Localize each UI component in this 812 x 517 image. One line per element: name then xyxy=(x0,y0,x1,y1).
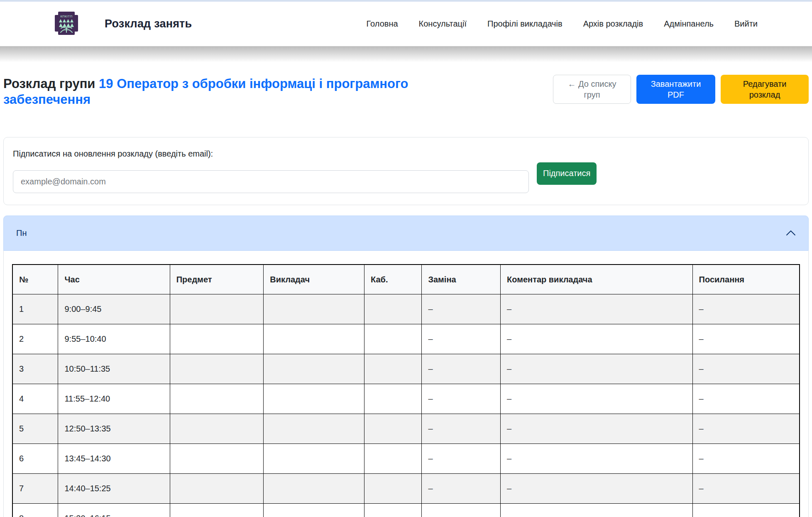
subscribe-card: Підписатися на оновлення розкладу (введі… xyxy=(3,137,809,205)
table-row: 6 13:45–14:30 – – – xyxy=(12,444,800,474)
cell-replacement: – xyxy=(422,384,501,414)
cell-room xyxy=(364,384,421,414)
cell-link: – xyxy=(692,444,800,474)
nav-item[interactable]: Вийти xyxy=(734,19,758,29)
col-replacement: Заміна xyxy=(422,265,501,294)
chevron-up-icon xyxy=(786,230,796,236)
back-to-groups-button[interactable]: ← До списку груп xyxy=(553,75,631,104)
cell-link: – xyxy=(692,384,800,414)
cell-teacher xyxy=(264,324,364,354)
cell-replacement: – xyxy=(422,354,501,384)
nav-item[interactable]: Адмінпанель xyxy=(664,19,714,29)
subscribe-button[interactable]: Підписатися xyxy=(537,162,597,185)
cell-replacement: – xyxy=(422,414,501,444)
cell-room xyxy=(364,354,421,384)
cell-replacement: – xyxy=(422,504,501,517)
cell-subject xyxy=(170,414,264,444)
cell-time: 11:55–12:40 xyxy=(58,384,170,414)
accordion-monday: Пн № Час Предмет Викладач xyxy=(3,216,809,517)
table-row: 5 12:50–13:35 – – – xyxy=(12,414,800,444)
navbar: КПКІТП Розклад занять ГоловнаКонсультаці… xyxy=(0,2,812,47)
page-title: Розклад групи 19 Оператор з обробки інфо… xyxy=(3,76,468,108)
cell-teacher xyxy=(264,474,364,504)
cell-room xyxy=(364,294,421,324)
col-time: Час xyxy=(58,265,170,294)
nav-item[interactable]: Профілі викладачів xyxy=(487,19,563,29)
cell-link: – xyxy=(692,324,800,354)
cell-link: – xyxy=(692,504,800,517)
cell-teacher xyxy=(264,414,364,444)
table-row: 2 9:55–10:40 – – – xyxy=(12,324,800,354)
cell-subject xyxy=(170,384,264,414)
col-room: Каб. xyxy=(364,265,421,294)
cell-number: 8 xyxy=(12,504,58,517)
subscribe-form: Підписатися xyxy=(13,162,799,193)
navbar-shadow xyxy=(0,47,812,62)
schedule-table-head: № Час Предмет Викладач Каб. Заміна Комен… xyxy=(12,265,800,294)
cell-comment: – xyxy=(500,474,692,504)
cell-time: 14:40–15:25 xyxy=(58,474,170,504)
cell-number: 5 xyxy=(12,414,58,444)
cell-teacher xyxy=(264,354,364,384)
cell-link: – xyxy=(692,354,800,384)
table-row: 3 10:50–11:35 – – – xyxy=(12,354,800,384)
accordion-monday-header[interactable]: Пн xyxy=(3,216,809,251)
cell-comment: – xyxy=(500,414,692,444)
nav-item[interactable]: Головна xyxy=(367,19,398,29)
cell-replacement: – xyxy=(422,294,501,324)
cell-time: 9:00–9:45 xyxy=(58,294,170,324)
cell-comment: – xyxy=(500,384,692,414)
cell-time: 10:50–11:35 xyxy=(58,354,170,384)
col-subject: Предмет xyxy=(170,265,264,294)
nav-item[interactable]: Консультації xyxy=(419,19,467,29)
cell-teacher xyxy=(264,294,364,324)
cell-subject xyxy=(170,444,264,474)
cell-teacher xyxy=(264,504,364,517)
cell-comment: – xyxy=(500,354,692,384)
cell-subject xyxy=(170,354,264,384)
cell-replacement: – xyxy=(422,474,501,504)
cell-subject xyxy=(170,294,264,324)
table-row: 4 11:55–12:40 – – – xyxy=(12,384,800,414)
cell-teacher xyxy=(264,444,364,474)
cell-comment: – xyxy=(500,294,692,324)
nav-item[interactable]: Архів розкладів xyxy=(583,19,643,29)
cell-room xyxy=(364,504,421,517)
cell-time: 9:55–10:40 xyxy=(58,324,170,354)
email-input[interactable] xyxy=(13,170,529,193)
header-row: № Час Предмет Викладач Каб. Заміна Комен… xyxy=(12,265,800,294)
edit-schedule-button[interactable]: Редагувати розклад xyxy=(721,75,809,104)
cell-number: 3 xyxy=(12,354,58,384)
cell-replacement: – xyxy=(422,444,501,474)
cell-comment: – xyxy=(500,444,692,474)
cell-time: 12:50–13:35 xyxy=(58,414,170,444)
download-pdf-button[interactable]: Завантажити PDF xyxy=(636,75,715,104)
col-number: № xyxy=(12,265,58,294)
table-row: 8 15:30–16:15 – – – xyxy=(12,504,800,517)
cell-link: – xyxy=(692,414,800,444)
cell-replacement: – xyxy=(422,324,501,354)
col-comment: Коментар викладача xyxy=(500,265,692,294)
cell-number: 2 xyxy=(12,324,58,354)
cell-number: 6 xyxy=(12,444,58,474)
page-title-prefix: Розклад групи xyxy=(3,76,99,91)
cell-room xyxy=(364,474,421,504)
cell-number: 1 xyxy=(12,294,58,324)
page-header: Розклад групи 19 Оператор з обробки інфо… xyxy=(3,67,809,116)
cell-room xyxy=(364,444,421,474)
col-teacher: Викладач xyxy=(264,265,364,294)
header-buttons: ← До списку груп Завантажити PDF Редагув… xyxy=(553,75,809,104)
trees-logo-icon: КПКІТП xyxy=(54,12,79,35)
cell-link: – xyxy=(692,294,800,324)
cell-room xyxy=(364,324,421,354)
subscribe-label: Підписатися на оновлення розкладу (введі… xyxy=(13,149,799,159)
main-content: Розклад групи 19 Оператор з обробки інфо… xyxy=(0,62,812,517)
cell-teacher xyxy=(264,384,364,414)
college-logo[interactable]: КПКІТП xyxy=(54,12,79,37)
col-link: Посилання xyxy=(692,265,800,294)
table-row: 1 9:00–9:45 – – – xyxy=(12,294,800,324)
cell-number: 4 xyxy=(12,384,58,414)
logo-text: КПКІТП xyxy=(60,15,72,18)
table-row: 7 14:40–15:25 – – – xyxy=(12,474,800,504)
app-title: Розклад занять xyxy=(105,17,192,30)
